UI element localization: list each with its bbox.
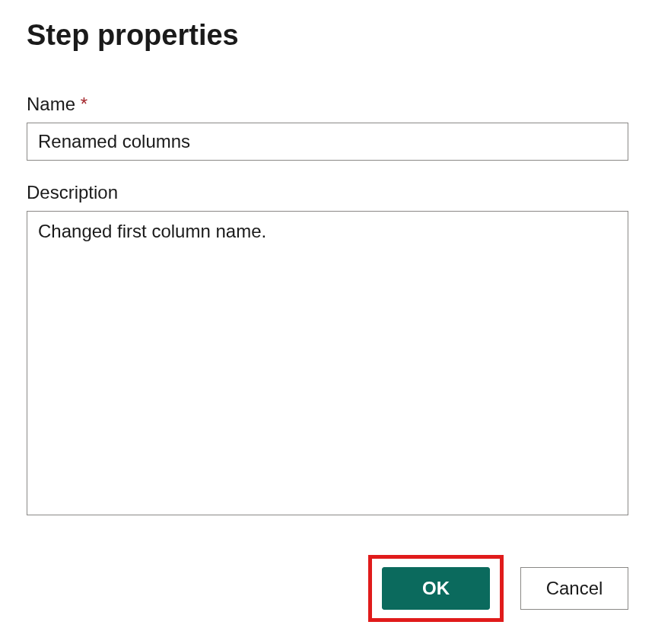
dialog-button-row: OK Cancel [27, 555, 628, 622]
ok-button-highlight: OK [368, 555, 504, 622]
dialog-title: Step properties [27, 19, 628, 52]
name-label: Name * [27, 94, 628, 115]
cancel-button[interactable]: Cancel [520, 567, 628, 610]
name-label-text: Name [27, 94, 75, 114]
name-field-group: Name * [27, 94, 628, 161]
required-asterisk: * [81, 94, 87, 114]
ok-button[interactable]: OK [382, 567, 490, 610]
name-input[interactable] [27, 123, 628, 161]
description-label: Description [27, 182, 628, 203]
description-field-group: Description Changed first column name. [27, 182, 628, 518]
description-input[interactable]: Changed first column name. [27, 211, 628, 515]
